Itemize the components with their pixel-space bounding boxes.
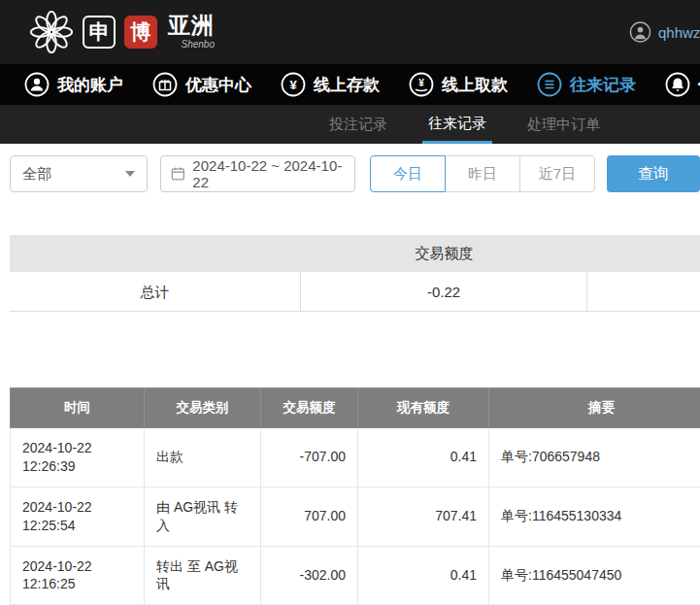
user-icon bbox=[24, 72, 50, 97]
query-button[interactable]: 查询 bbox=[607, 155, 700, 192]
type-select[interactable]: 全部 bbox=[10, 155, 148, 192]
account-button[interactable]: qhhwz bbox=[629, 21, 700, 44]
last7days-button[interactable]: 近7日 bbox=[519, 155, 595, 192]
column-header-type: 交易类别 bbox=[145, 388, 261, 428]
column-header-balance: 现有额度 bbox=[358, 388, 489, 428]
cell-balance: 0.41 bbox=[358, 428, 489, 487]
column-header-amount: 交易额度 bbox=[261, 388, 358, 428]
logo-region: 亚洲 bbox=[168, 15, 215, 37]
yesterday-button[interactable]: 昨日 bbox=[445, 155, 520, 192]
summary-header-label: 交易额度 bbox=[301, 235, 587, 272]
cell-time: 2024-10-22 12:25:54 bbox=[11, 487, 145, 546]
cell-balance: 0.41 bbox=[358, 546, 489, 605]
username: qhhwz bbox=[658, 24, 700, 41]
nav-item-label: 线上存款 bbox=[314, 74, 380, 96]
cell-summary: 单号:706657948 bbox=[489, 428, 700, 487]
tab-transaction-records[interactable]: 往来记录 bbox=[422, 105, 492, 144]
summary-table: 交易额度 总计 -0.22 bbox=[10, 235, 700, 312]
logo-subtitle: Shenbo bbox=[168, 40, 215, 50]
chevron-down-icon bbox=[125, 171, 135, 177]
summary-total-value: -0.22 bbox=[301, 272, 587, 312]
nav-item-online-deposit[interactable]: ¥ 线上存款 bbox=[281, 72, 380, 97]
cell-time: 2024-10-22 12:26:39 bbox=[11, 428, 145, 487]
table-row: 2024-10-22 12:26:39 出款 -707.00 0.41 单号:7… bbox=[11, 428, 700, 487]
date-shortcut-group: 今日 昨日 近7日 bbox=[370, 155, 595, 192]
filter-bar: 全部 2024-10-22 ~ 2024-10-22 今日 昨日 近7日 查询 bbox=[10, 155, 700, 192]
cell-amount: -707.00 bbox=[261, 428, 358, 487]
svg-text:¥: ¥ bbox=[418, 78, 424, 88]
logo-shen: 申 bbox=[83, 16, 116, 49]
cell-summary: 单号:116455130334 bbox=[489, 487, 700, 546]
column-header-summary: 摘要 bbox=[489, 388, 700, 428]
nav-item-messages[interactable]: 信息 bbox=[665, 72, 700, 97]
column-header-time: 时间 bbox=[11, 388, 145, 428]
main-navigation: 我的账户 优惠中心 ¥ 线上存款 ¥ 线上取款 bbox=[0, 64, 700, 105]
logo-flower-icon bbox=[29, 10, 74, 54]
logo[interactable]: 申 博 亚洲 Shenbo bbox=[29, 10, 215, 54]
calendar-icon bbox=[171, 166, 185, 182]
withdraw-icon: ¥ bbox=[409, 72, 434, 97]
deposit-icon: ¥ bbox=[281, 72, 306, 97]
top-header: 申 博 亚洲 Shenbo qhhwz bbox=[0, 0, 700, 64]
bell-icon bbox=[665, 72, 690, 97]
nav-item-label: 我的账户 bbox=[57, 74, 123, 96]
tab-processing-orders[interactable]: 处理中订单 bbox=[521, 105, 606, 144]
cell-type: 转出 至 AG视讯 bbox=[145, 546, 261, 605]
logo-bo: 博 bbox=[124, 16, 157, 49]
records-icon bbox=[537, 72, 562, 97]
type-select-value: 全部 bbox=[22, 165, 51, 184]
cell-summary: 单号:116455047450 bbox=[489, 546, 700, 605]
table-header-row: 时间 交易类别 交易额度 现有额度 摘要 bbox=[11, 388, 700, 428]
transactions-table: 时间 交易类别 交易额度 现有额度 摘要 2024-10-22 12:26:39… bbox=[10, 387, 700, 605]
nav-item-online-withdrawal[interactable]: ¥ 线上取款 bbox=[409, 72, 508, 97]
summary-total-row: 总计 -0.22 bbox=[10, 272, 700, 312]
nav-item-my-account[interactable]: 我的账户 bbox=[24, 72, 123, 97]
nav-item-transaction-records[interactable]: 往来记录 bbox=[537, 72, 636, 97]
table-row: 2024-10-22 12:25:54 由 AG视讯 转入 707.00 707… bbox=[11, 487, 700, 546]
cell-balance: 707.41 bbox=[358, 487, 489, 546]
nav-item-label: 线上取款 bbox=[442, 74, 508, 96]
nav-item-label: 优惠中心 bbox=[185, 74, 251, 96]
tab-betting-records[interactable]: 投注记录 bbox=[323, 105, 393, 144]
date-range-value: 2024-10-22 ~ 2024-10-22 bbox=[192, 157, 345, 190]
user-avatar-icon bbox=[629, 21, 651, 44]
sub-navigation: 投注记录 往来记录 处理中订单 bbox=[0, 105, 700, 144]
svg-text:¥: ¥ bbox=[289, 78, 297, 92]
cell-type: 出款 bbox=[145, 428, 261, 487]
cell-type: 由 AG视讯 转入 bbox=[145, 487, 261, 546]
cell-amount: -302.00 bbox=[261, 546, 358, 605]
cell-amount: 707.00 bbox=[261, 487, 358, 546]
nav-item-promotions[interactable]: 优惠中心 bbox=[152, 72, 251, 97]
gift-icon bbox=[152, 72, 178, 97]
summary-header-row: 交易额度 bbox=[10, 235, 700, 272]
nav-item-label: 往来记录 bbox=[570, 74, 636, 96]
summary-total-label: 总计 bbox=[10, 272, 301, 312]
today-button[interactable]: 今日 bbox=[370, 155, 446, 192]
table-row: 2024-10-22 12:16:25 转出 至 AG视讯 -302.00 0.… bbox=[11, 546, 700, 605]
date-range-input[interactable]: 2024-10-22 ~ 2024-10-22 bbox=[160, 155, 355, 192]
cell-time: 2024-10-22 12:16:25 bbox=[11, 546, 145, 605]
